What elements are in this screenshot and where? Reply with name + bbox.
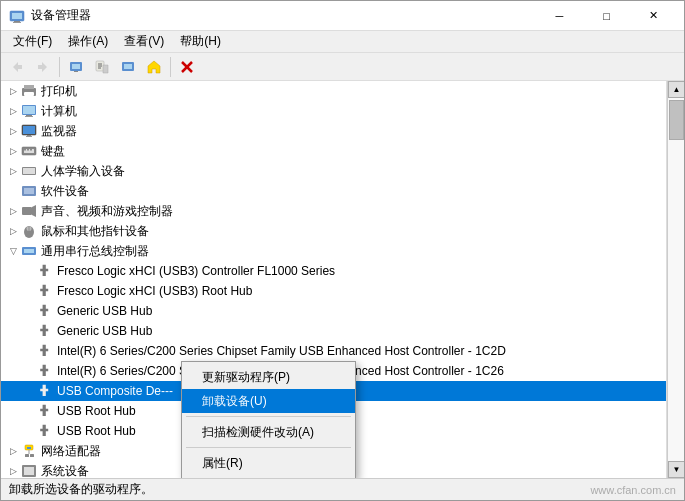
expand-mouse[interactable]: ▷ [5, 223, 21, 239]
icon-usb6 [37, 363, 53, 379]
forward-button[interactable] [31, 55, 55, 79]
tree-item-usb5[interactable]: Intel(R) 6 Series/C200 Series Chipset Fa… [1, 341, 666, 361]
expand-printers[interactable]: ▷ [5, 83, 21, 99]
expand-hid[interactable]: ▷ [5, 163, 21, 179]
ctx-uninstall[interactable]: 卸载设备(U) [182, 389, 355, 413]
icon-hid [21, 163, 37, 179]
icon-software [21, 183, 37, 199]
icon-network [21, 443, 37, 459]
icon-usb3 [37, 303, 53, 319]
icon-usb-root [21, 243, 37, 259]
svg-rect-28 [26, 136, 32, 137]
toolbar-btn-4[interactable] [90, 55, 114, 79]
minimize-button[interactable]: ─ [537, 2, 582, 30]
tree-item-monitor[interactable]: ▷ 监视器 [1, 121, 666, 141]
back-button[interactable] [5, 55, 29, 79]
menu-view[interactable]: 查看(V) [116, 31, 172, 53]
svg-rect-37 [24, 188, 34, 194]
scroll-track[interactable] [668, 98, 684, 461]
ctx-update[interactable]: 更新驱动程序(P) [182, 365, 355, 389]
tree-item-usb4[interactable]: Generic USB Hub [1, 321, 666, 341]
toolbar-btn-3[interactable] [64, 55, 88, 79]
expand-computer[interactable]: ▷ [5, 103, 21, 119]
scroll-thumb[interactable] [669, 100, 684, 140]
menu-help[interactable]: 帮助(H) [172, 31, 229, 53]
svg-rect-35 [23, 168, 35, 174]
svg-rect-2 [14, 21, 20, 22]
ctx-scan[interactable]: 扫描检测硬件改动(A) [182, 420, 355, 444]
tree-item-printers[interactable]: ▷ 打印机 [1, 81, 666, 101]
window-controls: ─ □ ✕ [537, 2, 676, 30]
toolbar-btn-5[interactable] [116, 55, 140, 79]
icon-audio [21, 203, 37, 219]
toolbar [1, 53, 684, 81]
icon-keyboard [21, 143, 37, 159]
svg-rect-27 [27, 135, 31, 136]
svg-rect-22 [23, 106, 35, 114]
svg-rect-33 [30, 149, 32, 151]
tree-item-usb2[interactable]: Fresco Logic xHCI (USB3) Root Hub [1, 281, 666, 301]
expand-usb[interactable]: ▽ [5, 243, 21, 259]
tree-item-mouse[interactable]: ▷ 鼠标和其他指针设备 [1, 221, 666, 241]
svg-rect-49 [30, 454, 34, 457]
label-software: 软件设备 [41, 183, 666, 200]
label-usb9: USB Root Hub [57, 424, 666, 438]
ctx-properties[interactable]: 属性(R) [182, 451, 355, 475]
toolbar-sep-1 [59, 57, 60, 77]
svg-rect-1 [12, 13, 22, 19]
tree-item-usb-root[interactable]: ▽ 通用串行总线控制器 [1, 241, 666, 261]
expand-keyboard[interactable]: ▷ [5, 143, 21, 159]
expand-monitor[interactable]: ▷ [5, 123, 21, 139]
svg-rect-26 [23, 126, 35, 134]
svg-marker-39 [32, 205, 36, 217]
label-monitor: 监视器 [41, 123, 666, 140]
main-window: 设备管理器 ─ □ ✕ 文件(F) 操作(A) 查看(V) 帮助(H) [0, 0, 685, 501]
tree-item-software[interactable]: 软件设备 [1, 181, 666, 201]
svg-rect-38 [22, 207, 32, 215]
svg-marker-5 [38, 62, 47, 72]
icon-usb1 [37, 263, 53, 279]
ctx-sep [186, 416, 351, 417]
svg-rect-51 [24, 467, 34, 475]
svg-rect-15 [124, 64, 132, 69]
tree-item-keyboard[interactable]: ▷ 键盘 [1, 141, 666, 161]
expand-audio[interactable]: ▷ [5, 203, 21, 219]
status-text: 卸载所选设备的驱动程序。 [9, 481, 153, 498]
scrollbar[interactable]: ▲ ▼ [667, 81, 684, 478]
svg-marker-4 [13, 62, 22, 72]
label-usb6: Intel(R) 6 Series/C200 Series Chipset Fa… [57, 364, 666, 378]
label-printers: 打印机 [41, 83, 666, 100]
svg-rect-24 [25, 116, 33, 117]
svg-rect-32 [27, 149, 29, 151]
svg-rect-3 [13, 22, 21, 23]
svg-rect-23 [26, 115, 32, 116]
menu-action[interactable]: 操作(A) [60, 31, 116, 53]
scroll-up[interactable]: ▲ [668, 81, 684, 98]
close-button[interactable]: ✕ [631, 2, 676, 30]
expand-network[interactable]: ▷ [5, 443, 21, 459]
label-usb-root: 通用串行总线控制器 [41, 243, 666, 260]
icon-monitor [21, 123, 37, 139]
label-usb1: Fresco Logic xHCI (USB3) Controller FL10… [57, 264, 666, 278]
watermark: www.cfan.com.cn [590, 484, 676, 496]
svg-rect-46 [27, 447, 31, 449]
tree-item-hid[interactable]: ▷ 人体学输入设备 [1, 161, 666, 181]
svg-marker-13 [103, 65, 108, 73]
device-tree[interactable]: ▷ 打印机 ▷ 计算机 ▷ 监视器 [1, 81, 667, 478]
expand-system[interactable]: ▷ [5, 463, 21, 478]
toolbar-sep-2 [170, 57, 171, 77]
tree-item-computer[interactable]: ▷ 计算机 [1, 101, 666, 121]
toolbar-btn-6[interactable] [142, 55, 166, 79]
svg-rect-19 [24, 85, 34, 89]
label-usb8: USB Root Hub [57, 404, 666, 418]
window-icon [9, 8, 25, 24]
toolbar-btn-delete[interactable] [175, 55, 199, 79]
maximize-button[interactable]: □ [584, 2, 629, 30]
scroll-down[interactable]: ▼ [668, 461, 684, 478]
menu-file[interactable]: 文件(F) [5, 31, 60, 53]
tree-item-usb3[interactable]: Generic USB Hub [1, 301, 666, 321]
tree-item-audio[interactable]: ▷ 声音、视频和游戏控制器 [1, 201, 666, 221]
tree-item-usb1[interactable]: Fresco Logic xHCI (USB3) Controller FL10… [1, 261, 666, 281]
label-audio: 声音、视频和游戏控制器 [41, 203, 666, 220]
label-hid: 人体学输入设备 [41, 163, 666, 180]
